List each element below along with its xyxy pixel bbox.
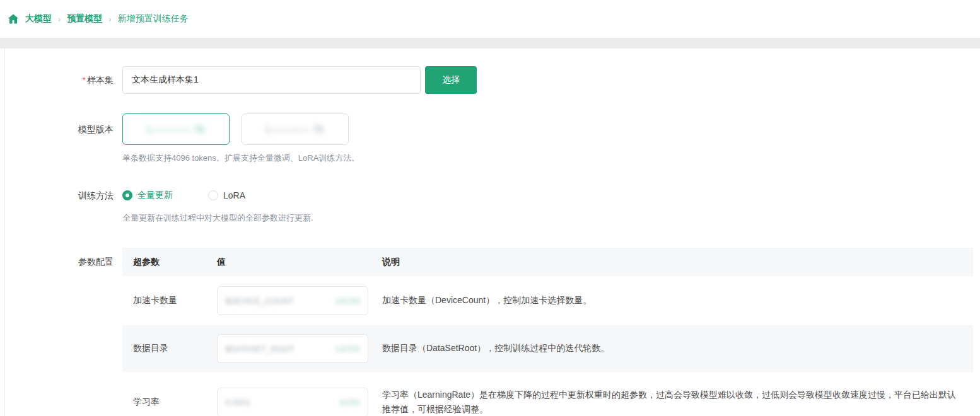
col-header-hyperparam: 超参数 [122,257,217,268]
model-version-helper: 单条数据支持4096 tokens。扩展支持全量微调、LoRA训练方法。 [122,153,361,164]
home-icon[interactable] [8,13,19,25]
hyperparam-name: 数据目录 [122,343,217,354]
hyperparam-desc: 数据目录（DataSetRoot），控制训练过程中的迭代轮数。 [382,341,973,355]
device-count-input[interactable]: $DEVICE_COUNT 18/255 [217,286,368,315]
col-header-value: 值 [217,257,382,268]
training-method-helper: 全量更新在训练过程中对大模型的全部参数进行更新. [122,212,313,224]
hyperparam-table: 超参数 值 说明 加速卡数量 $DEVICE_COUNT 18/255 加速卡数… [122,248,973,416]
param-config-row: 参数配置 超参数 值 说明 加速卡数量 $DEVICE_COUNT 18/255… [5,248,980,416]
sample-set-label: *样本集 [5,66,122,94]
divider-band [0,38,980,49]
select-sample-button[interactable]: 选择 [425,66,477,94]
radio-full-update[interactable] [122,190,132,200]
learning-rate-input[interactable]: 0.0001 6/255 [217,388,368,416]
form-panel: *样本集 选择 模型版本 L———— 7b L———— 7b 单条数据支持409… [4,49,980,416]
radio-full-update-label[interactable]: 全量更新 [137,190,173,201]
param-config-label: 参数配置 [5,248,122,416]
training-method-label: 训练方法 [5,189,122,224]
hyperparam-desc: 学习率（LearningRate）是在梯度下降的过程中更新权重时的超参数，过高会… [382,388,973,416]
sample-set-input[interactable] [122,66,421,94]
col-header-desc: 说明 [382,257,973,268]
hyperparam-desc: 加速卡数量（DeviceCount），控制加速卡选择数量。 [382,293,973,308]
model-version-row: 模型版本 L———— 7b L———— 7b 单条数据支持4096 tokens… [5,113,980,164]
chevron-right-icon: › [108,14,111,24]
required-asterisk: * [83,75,86,85]
model-version-label: 模型版本 [5,113,122,164]
breadcrumb: 大模型 › 预置模型 › 新增预置训练任务 [0,0,980,38]
radio-lora-label[interactable]: LoRA [223,190,245,200]
sample-set-row: *样本集 选择 [5,49,980,94]
model-version-option-2[interactable]: L———— 7b [242,113,349,145]
model-version-option-1[interactable]: L———— 7b [122,113,230,145]
char-counter: 13/255 [335,344,360,354]
char-counter: 18/255 [335,296,360,306]
table-row: 加速卡数量 $DEVICE_COUNT 18/255 加速卡数量（DeviceC… [122,276,973,325]
breadcrumb-item-large-model[interactable]: 大模型 [25,13,52,25]
radio-lora[interactable] [208,190,218,200]
hyperparam-name: 加速卡数量 [122,295,217,306]
dataset-root-input[interactable]: $DATASET_ROOT 13/255 [217,334,368,363]
char-counter: 6/255 [339,398,360,407]
training-method-row: 训练方法 全量更新 LoRA 全量更新在训练过程中对大模型的全部参数进行更新. [5,189,980,224]
table-header: 超参数 值 说明 [122,248,973,276]
breadcrumb-item-current: 新增预置训练任务 [118,13,189,25]
breadcrumb-item-preset-model[interactable]: 预置模型 [67,13,102,25]
table-row: 学习率 0.0001 6/255 学习率（LearningRate）是在梯度下降… [122,372,973,416]
chevron-right-icon: › [58,14,61,24]
hyperparam-name: 学习率 [122,396,217,408]
table-row: 数据目录 $DATASET_ROOT 13/255 数据目录（DataSetRo… [122,325,973,372]
